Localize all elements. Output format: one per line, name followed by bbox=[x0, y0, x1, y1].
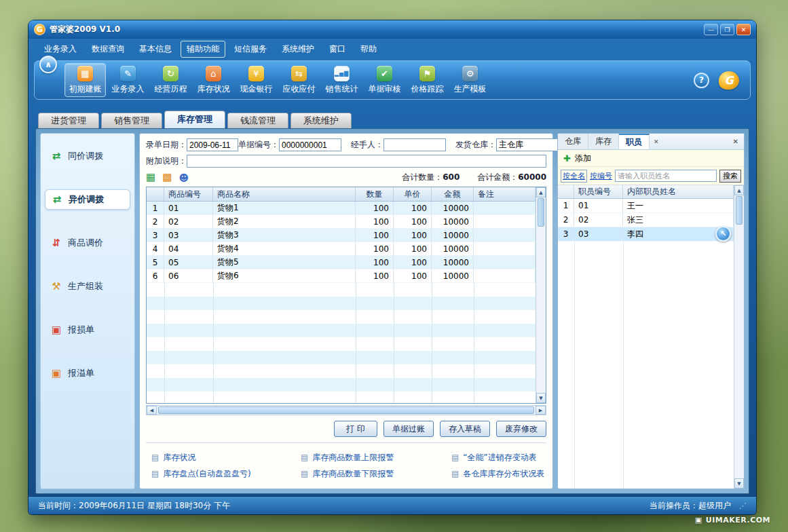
staff-row[interactable]: 1 01 王一 bbox=[558, 199, 734, 213]
sidebar-item-overflow-report[interactable]: ▣ 报溢单 bbox=[45, 363, 130, 383]
menu-item-help[interactable]: 帮助 bbox=[354, 41, 383, 58]
toolbar-item-doc-audit[interactable]: ✔ 单据审核 bbox=[364, 63, 405, 97]
close-button[interactable]: ✕ bbox=[736, 24, 751, 35]
link-stocktaking[interactable]: ▤ 库存盘点(自动盘盈盘亏) bbox=[151, 468, 301, 480]
handler-input[interactable] bbox=[383, 138, 446, 151]
link-warehouse-distribution-report[interactable]: ▤ 各仓库库存分布状况表 bbox=[451, 468, 544, 480]
link-stock-upper-limit-alert[interactable]: ▤ 库存商品数量上限报警 bbox=[301, 452, 451, 463]
tab-system-maintenance[interactable]: 系统维护 bbox=[290, 113, 352, 128]
menu-item-business-entry[interactable]: 业务录入 bbox=[38, 41, 83, 58]
tab-warehouse[interactable]: 仓库 bbox=[558, 134, 588, 149]
toolbar-item-business-history[interactable]: ↻ 经营历程 bbox=[150, 63, 191, 97]
table-row[interactable]: 3 03 货物3 100 100 10000 bbox=[147, 229, 536, 242]
search-button[interactable]: 搜索 bbox=[719, 170, 741, 183]
collapse-toolbar-button[interactable]: ∧ bbox=[39, 56, 57, 73]
scroll-right-icon[interactable]: ▶ bbox=[536, 406, 546, 415]
grid-vertical-scrollbar[interactable]: ▲ ▼ bbox=[536, 187, 546, 403]
sidebar-item-diff-price-transfer[interactable]: ⇄ 异价调拨 bbox=[45, 189, 130, 210]
report-icon: ▤ bbox=[151, 453, 159, 462]
tab-sales-management[interactable]: 销售管理 bbox=[101, 113, 162, 128]
sidebar-item-same-price-transfer[interactable]: ⇄ 同价调拨 bbox=[45, 146, 130, 166]
menu-item-window[interactable]: 窗口 bbox=[323, 41, 352, 58]
cell-qty: 100 bbox=[356, 215, 394, 228]
tab-staff[interactable]: 职员 bbox=[619, 134, 650, 149]
filter-by-fullname[interactable]: 按全名 bbox=[561, 170, 587, 183]
scroll-up-icon[interactable]: ▲ bbox=[734, 185, 744, 195]
filter-by-code[interactable]: 按编号 bbox=[590, 171, 612, 181]
table-row[interactable]: 2 02 货物2 100 100 10000 bbox=[147, 215, 536, 229]
toolbar-item-price-tracking[interactable]: ⚑ 价格跟踪 bbox=[407, 63, 448, 97]
menu-item-system-maintenance[interactable]: 系统维护 bbox=[276, 41, 320, 58]
menu-item-aux-functions[interactable]: 辅助功能 bbox=[181, 41, 225, 58]
post-document-button[interactable]: 单据过账 bbox=[383, 421, 434, 437]
table-row[interactable]: 6 06 货物6 100 100 10000 bbox=[147, 269, 536, 283]
form-row-header: 录单日期： 单据编号： 经手人： 发货仓库： bbox=[146, 138, 546, 151]
scroll-up-icon[interactable]: ▲ bbox=[536, 187, 546, 197]
sidebar-item-price-adjust[interactable]: ⇵ 商品调价 bbox=[45, 233, 130, 253]
calculator-icon[interactable]: ▩ bbox=[162, 172, 172, 183]
date-label: 录单日期： bbox=[146, 139, 187, 151]
toolbar-item-sales-stats[interactable]: ▂▅▇ 销售统计 bbox=[321, 63, 362, 97]
menu-item-data-query[interactable]: 数据查询 bbox=[86, 41, 130, 58]
grid-horizontal-scrollbar[interactable]: ◀ ▶ bbox=[146, 405, 546, 415]
scroll-thumb[interactable] bbox=[158, 406, 534, 414]
add-row[interactable]: ✚ 添加 bbox=[558, 150, 744, 167]
staff-search-input[interactable] bbox=[615, 170, 717, 182]
sidebar-item-production-assembly[interactable]: ⚒ 生产组装 bbox=[45, 276, 130, 297]
toolbar-item-cash-bank[interactable]: ¥ 现金银行 bbox=[236, 63, 277, 97]
maximize-button[interactable]: ❐ bbox=[720, 24, 734, 35]
print-button[interactable]: 打 印 bbox=[334, 421, 377, 437]
panel-close-icon[interactable]: ✕ bbox=[728, 134, 744, 149]
staff-vertical-scrollbar[interactable]: ▲ ▼ bbox=[734, 185, 744, 489]
person-icon[interactable]: ☻ bbox=[179, 173, 189, 183]
scroll-thumb[interactable] bbox=[736, 196, 743, 225]
link-stock-lower-limit-alert[interactable]: ▤ 库存商品数量下限报警 bbox=[301, 468, 451, 480]
note-input[interactable] bbox=[187, 155, 546, 168]
date-input[interactable] bbox=[187, 138, 238, 151]
toolbar-item-label: 价格跟踪 bbox=[411, 83, 444, 95]
titlebar[interactable]: G 管家婆2009 V1.0 — ❐ ✕ bbox=[29, 20, 756, 39]
toolbar-item-label: 单据审核 bbox=[369, 83, 401, 95]
toolbar-item-inventory-status[interactable]: ⌂ 库存状况 bbox=[193, 63, 234, 97]
cell-name: 货物1 bbox=[213, 202, 356, 214]
table-row[interactable]: 5 05 货物5 100 100 10000 bbox=[147, 256, 536, 269]
sheet-icon[interactable]: ▦ bbox=[146, 172, 155, 183]
doc-number-input[interactable] bbox=[279, 138, 341, 151]
link-allround-flow-report[interactable]: ▤ “全能”进销存变动表 bbox=[451, 452, 544, 463]
toolbar-item-receivable-payable[interactable]: ⇆ 应收应付 bbox=[278, 63, 320, 97]
minimize-button[interactable]: — bbox=[704, 24, 718, 35]
scroll-down-icon[interactable]: ▼ bbox=[536, 393, 546, 403]
cell-code: 05 bbox=[164, 256, 213, 269]
menu-item-sms-service[interactable]: 短信服务 bbox=[228, 41, 273, 58]
toolbar-item-business-entry[interactable]: ✎ 业务录入 bbox=[107, 63, 149, 97]
scroll-thumb[interactable] bbox=[538, 198, 544, 227]
cell-name: 货物5 bbox=[213, 256, 356, 269]
toolbar-item-initial-setup[interactable]: ▦ 初期建账 bbox=[64, 63, 106, 97]
table-row[interactable]: 4 04 货物4 100 100 10000 bbox=[147, 242, 536, 256]
toolbar-item-production-template[interactable]: ⚙ 生产模板 bbox=[449, 63, 491, 97]
report-icon: ▤ bbox=[301, 453, 308, 462]
tab-inventory-management[interactable]: 库存管理 bbox=[164, 111, 225, 128]
discard-changes-button[interactable]: 废弃修改 bbox=[496, 421, 546, 437]
table-row[interactable]: 1 01 货物1 100 100 10000 bbox=[147, 202, 536, 215]
tab-stock[interactable]: 库存 bbox=[588, 134, 619, 149]
link-inventory-status[interactable]: ▤ 库存状况 bbox=[151, 452, 301, 463]
production-template-icon: ⚙ bbox=[462, 66, 478, 81]
warehouse-input[interactable] bbox=[496, 138, 567, 151]
link-label: 库存商品数量下限报警 bbox=[312, 468, 394, 480]
staff-row[interactable]: 2 02 张三 bbox=[558, 213, 734, 227]
tab-close-icon[interactable]: ✕ bbox=[650, 134, 663, 149]
help-icon[interactable]: ? bbox=[694, 73, 709, 88]
tab-purchase-management[interactable]: 进货管理 bbox=[38, 113, 99, 128]
sidebar-item-loss-report[interactable]: ▣ 报损单 bbox=[45, 320, 130, 340]
save-draft-button[interactable]: 存入草稿 bbox=[440, 421, 490, 437]
resize-grip[interactable]: ⋰ bbox=[739, 501, 747, 510]
watermark: ▣ UIMAKER.COM bbox=[695, 516, 770, 525]
scroll-down-icon[interactable]: ▼ bbox=[734, 478, 744, 489]
menubar: 业务录入 数据查询 基本信息 辅助功能 短信服务 系统维护 窗口 帮助 bbox=[29, 39, 756, 59]
staff-row-selected[interactable]: 3 03 李四 ↖ bbox=[558, 227, 734, 242]
tab-cashflow-management[interactable]: 钱流管理 bbox=[227, 113, 288, 128]
menu-item-basic-info[interactable]: 基本信息 bbox=[133, 41, 178, 58]
scroll-left-icon[interactable]: ◀ bbox=[147, 406, 157, 415]
form-row-note: 附加说明： bbox=[146, 155, 546, 168]
